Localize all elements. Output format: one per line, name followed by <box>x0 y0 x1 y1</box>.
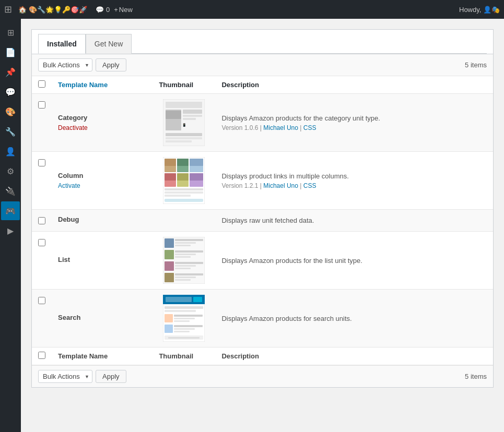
svg-rect-8 <box>166 137 202 139</box>
row-checkbox-cell <box>32 94 52 152</box>
sidebar-item-plugins[interactable]: 🔌 <box>1 182 20 200</box>
description-header: Description <box>215 76 493 94</box>
site-link[interactable]: 🏠 🎨🔧🌟💡🔑🎯🚀 <box>18 6 87 14</box>
tabs-wrapper: Installed Get New <box>32 30 493 54</box>
row-name-cell-debug: Debug <box>52 210 153 232</box>
version-text-column: Version 1.2.1 <box>221 182 258 189</box>
row-name-list: List <box>58 256 146 263</box>
row-checkbox-cell <box>32 210 52 232</box>
top-toolbar: Bulk Actions Apply 5 items <box>32 54 493 76</box>
admin-bar: ⊞ 🏠 🎨🔧🌟💡🔑🎯🚀 💬 0 + New Howdy, 👤🎭 <box>0 0 504 19</box>
howdy-text[interactable]: Howdy, 👤🎭 <box>459 6 500 14</box>
items-count-bottom: 5 items <box>465 373 487 380</box>
sidebar-item-posts[interactable]: 📄 <box>1 43 20 62</box>
sidebar-item-users[interactable]: 👤 <box>1 142 20 161</box>
sidebar-item-media[interactable]: ▶ <box>1 221 20 240</box>
row-desc-cell-list: Displays Amazon products for the list un… <box>215 232 493 290</box>
home-icon: 🏠 <box>18 6 27 14</box>
bottom-toolbar: Bulk Actions Apply 5 items <box>32 365 493 387</box>
css-link-category[interactable]: CSS <box>303 124 317 131</box>
select-all-checkbox[interactable] <box>38 80 45 88</box>
table-header-row: Template Name Thumbnail Description <box>32 76 493 94</box>
bottom-apply-button[interactable]: Apply <box>96 370 126 383</box>
bottom-bulk-actions-select[interactable]: Bulk Actions <box>38 370 92 383</box>
sidebar-item-active-plugin[interactable]: 🎮 <box>1 201 20 220</box>
bottom-toolbar-left: Bulk Actions Apply <box>38 370 126 383</box>
svg-rect-36 <box>175 256 191 258</box>
sidebar-item-comments[interactable]: 💬 <box>1 82 20 101</box>
svg-rect-37 <box>165 261 174 271</box>
thumb-image-column <box>163 157 205 204</box>
author-link-column[interactable]: Michael Uno <box>263 182 298 189</box>
svg-rect-34 <box>175 250 203 253</box>
svg-rect-41 <box>165 273 174 282</box>
plus-icon: + <box>114 6 118 14</box>
svg-rect-7 <box>166 133 202 136</box>
svg-rect-17 <box>190 159 203 166</box>
templates-table: Template Name Thumbnail Description Cate… <box>32 76 493 365</box>
row-checkbox-search[interactable] <box>38 297 45 304</box>
activate-link-column[interactable]: Activate <box>58 182 80 189</box>
table-body: Category Deactivate <box>32 94 493 365</box>
svg-rect-26 <box>165 195 191 197</box>
table-footer-header-row: Template Name Thumbnail Description <box>32 347 493 365</box>
row-version-column: Version 1.2.1 | Michael Uno | CSS <box>221 182 487 189</box>
thumb-container-column <box>159 157 209 204</box>
row-checkbox-cell <box>32 232 52 290</box>
author-link-category[interactable]: Michael Uno <box>263 124 298 131</box>
sidebar-item-appearance[interactable]: 🎨 <box>1 102 20 121</box>
thumb-image-category: 📱 <box>163 99 205 146</box>
deactivate-link-category[interactable]: Deactivate <box>58 124 88 131</box>
svg-rect-32 <box>175 245 191 246</box>
items-count-top: 5 items <box>465 61 487 69</box>
row-thumb-cell-column <box>153 152 215 210</box>
row-checkbox-list[interactable] <box>38 239 45 246</box>
bulk-actions-select[interactable]: Bulk Actions <box>38 58 92 71</box>
svg-rect-53 <box>174 318 195 319</box>
row-name-debug: Debug <box>58 215 146 223</box>
svg-rect-48 <box>193 297 202 302</box>
row-name-column: Column <box>58 172 146 179</box>
sidebar-item-pin[interactable]: 📌 <box>1 63 20 81</box>
row-checkbox-cell <box>32 152 52 210</box>
row-checkbox-category[interactable] <box>38 101 45 109</box>
svg-rect-30 <box>175 239 203 241</box>
new-content-link[interactable]: + New <box>114 6 133 14</box>
bottom-bulk-actions-wrap: Bulk Actions <box>38 370 92 383</box>
template-name-header[interactable]: Template Name <box>52 76 153 94</box>
svg-rect-21 <box>177 173 189 181</box>
svg-rect-31 <box>175 242 196 244</box>
select-all-footer-checkbox[interactable] <box>38 352 45 359</box>
svg-rect-50 <box>165 310 196 312</box>
svg-rect-6 <box>183 118 196 120</box>
svg-rect-57 <box>174 328 195 330</box>
css-link-column[interactable]: CSS <box>303 182 317 189</box>
adminbar-right: Howdy, 👤🎭 <box>459 6 500 14</box>
tab-installed[interactable]: Installed <box>38 34 86 54</box>
svg-rect-4 <box>183 110 202 114</box>
wp-logo-icon[interactable]: ⊞ <box>4 4 12 15</box>
row-checkbox-column[interactable] <box>38 159 45 166</box>
comments-link[interactable]: 💬 0 <box>96 6 110 14</box>
sidebar-item-tools[interactable]: 🔧 <box>1 122 20 141</box>
row-checkbox-debug[interactable] <box>38 217 45 224</box>
select-all-footer-header <box>32 347 52 365</box>
template-name-footer-header[interactable]: Template Name <box>52 347 153 365</box>
svg-rect-29 <box>165 238 174 248</box>
sidebar-item-settings[interactable]: ⚙ <box>1 162 20 181</box>
thumb-container-category: 📱 <box>159 99 209 146</box>
tab-get-new[interactable]: Get New <box>86 34 132 54</box>
row-action-category: Deactivate <box>58 124 146 131</box>
svg-rect-38 <box>175 262 203 264</box>
sidebar-item-dashboard[interactable]: ⊞ <box>1 23 20 42</box>
row-name-cell-list: List <box>52 232 153 290</box>
table-row: List <box>32 232 493 290</box>
row-desc-cell-column: Displays product links in multiple colum… <box>215 152 493 210</box>
thumb-container-search <box>159 295 209 342</box>
table-row: Search <box>32 290 493 347</box>
svg-rect-15 <box>177 159 189 166</box>
row-name-cell-search: Search <box>52 290 153 347</box>
apply-button[interactable]: Apply <box>96 58 126 71</box>
row-thumb-cell-list <box>153 232 215 290</box>
svg-rect-13 <box>165 159 176 166</box>
